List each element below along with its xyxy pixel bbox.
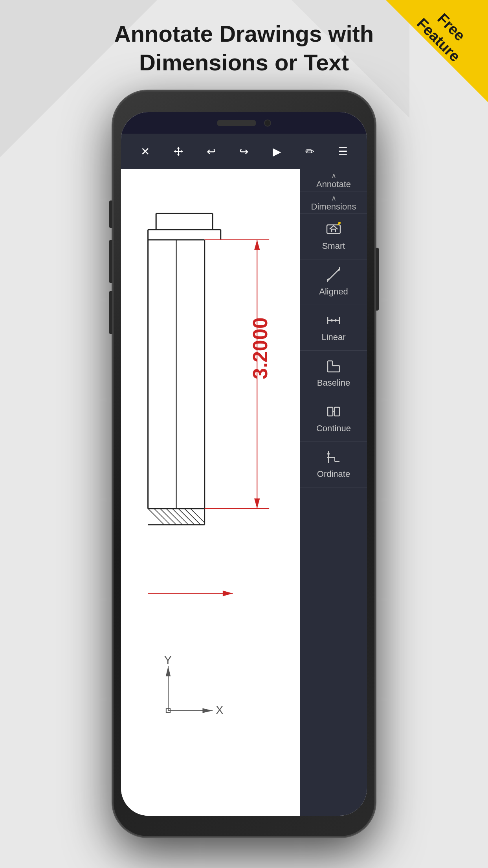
linear-icon [326,313,341,330]
undo-button[interactable]: ↩ [200,141,222,162]
svg-point-37 [338,222,341,224]
phone-screen: ✕ ↩ ↪ ▶ ✏ ☰ [121,112,367,816]
drawing-canvas[interactable]: 3.2000 Y X [121,169,300,816]
continue-icon [326,404,341,421]
smart-dimension-item[interactable]: Smart [300,214,367,259]
svg-marker-47 [335,319,338,322]
svg-marker-30 [166,666,171,677]
annotate-section-header: ∧ Annotate [300,169,367,191]
close-button[interactable]: ✕ [135,141,156,162]
continue-dimension-item[interactable]: Continue [300,396,367,442]
svg-rect-55 [334,407,339,416]
pencil-button[interactable]: ✏ [299,141,320,162]
dimensions-chevron-icon: ∧ [331,195,336,202]
app-toolbar: ✕ ↩ ↪ ▶ ✏ ☰ [121,134,367,169]
phone-outer: ✕ ↩ ↪ ▶ ✏ ☰ [112,90,376,837]
volume-silent-button [109,200,112,228]
svg-marker-25 [254,498,260,509]
smart-icon [326,222,341,239]
redo-button[interactable]: ↪ [233,141,255,162]
phone-top-bar [121,112,367,134]
aligned-label: Aligned [319,287,348,297]
svg-marker-62 [327,451,330,454]
baseline-dimension-item[interactable]: Baseline [300,351,367,396]
annotate-label[interactable]: Annotate [316,179,351,189]
baseline-label: Baseline [317,378,350,388]
svg-text:3.2000: 3.2000 [249,317,272,379]
volume-up-button [109,240,112,283]
right-panel: ∧ Annotate ∧ Dimensions [300,169,367,816]
svg-text:Y: Y [164,654,172,666]
svg-marker-24 [254,240,260,250]
speaker [217,120,256,126]
menu-button[interactable]: ☰ [332,141,353,162]
ordinate-dimension-item[interactable]: Ordinate [300,442,367,487]
play-button[interactable]: ▶ [266,141,288,162]
dimensions-section-header: ∧ Dimensions [300,191,367,214]
svg-marker-46 [329,319,332,322]
baseline-icon [326,359,341,375]
app-content: 3.2000 Y X [121,169,367,816]
svg-marker-32 [202,708,213,713]
continue-label: Continue [316,423,351,434]
svg-marker-28 [223,590,233,596]
svg-text:X: X [216,704,223,716]
ordinate-icon [326,450,341,467]
svg-rect-54 [328,407,333,416]
power-button [376,248,379,311]
dimensions-label[interactable]: Dimensions [311,202,356,212]
linear-dimension-item[interactable]: Linear [300,305,367,351]
smart-label: Smart [322,241,345,251]
move-button[interactable] [168,141,189,162]
annotate-chevron-icon: ∧ [331,172,336,179]
svg-line-19 [191,509,205,523]
phone-mockup: ✕ ↩ ↪ ▶ ✏ ☰ [112,90,376,837]
aligned-icon [326,267,341,284]
svg-line-38 [328,269,339,281]
aligned-dimension-item[interactable]: Aligned [300,259,367,305]
ordinate-label: Ordinate [317,469,350,479]
front-camera [264,120,271,127]
linear-label: Linear [321,332,345,342]
volume-down-button [109,291,112,334]
